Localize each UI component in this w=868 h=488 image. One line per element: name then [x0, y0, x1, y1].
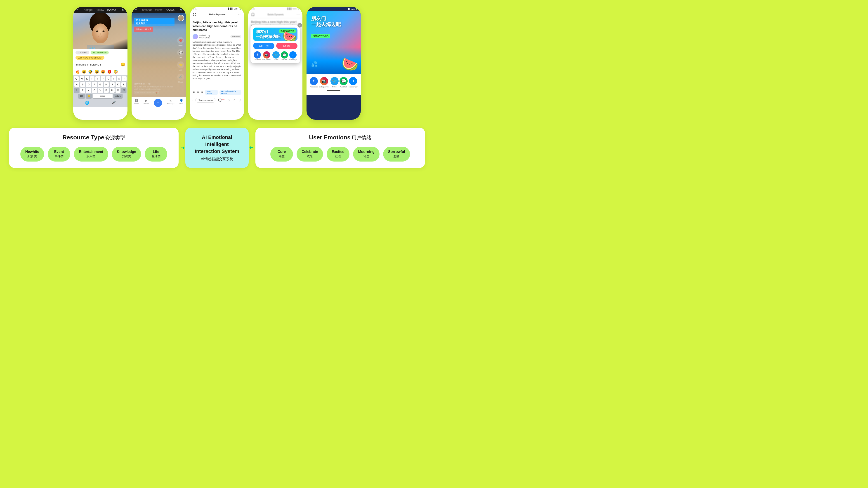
phone3-share-opinions-btn[interactable]: Share opinions	[195, 98, 215, 103]
key-b[interactable]: B	[104, 88, 109, 93]
resource-tag-entertainment[interactable]: Entertainment 娱乐类	[74, 147, 108, 162]
key-emoji[interactable]: 😊	[86, 94, 92, 98]
phone3-star-icon[interactable]: ☆	[233, 98, 236, 102]
tag-comment[interactable]: comment	[75, 51, 89, 55]
key-v[interactable]: V	[98, 88, 103, 93]
resource-tag-life[interactable]: Life 生活类	[145, 147, 167, 162]
key-space[interactable]: space	[93, 94, 113, 98]
key-u[interactable]: U	[106, 76, 111, 81]
phone2-nav-follow[interactable]: follow	[155, 8, 162, 12]
emotion-cure[interactable]: Cure 治愈	[270, 147, 293, 162]
phone4-instagram[interactable]: 📷 Instagramme	[262, 51, 271, 61]
key-h[interactable]: H	[104, 82, 109, 87]
key-s[interactable]: S	[80, 82, 85, 87]
phone4-close-btn[interactable]: ✕	[298, 23, 302, 28]
nav-message[interactable]: ✉ Message	[167, 99, 174, 107]
search-icon[interactable]: 🔍	[122, 9, 124, 11]
key-shift[interactable]: ⬆	[74, 88, 79, 93]
phone2-nav-home[interactable]: home	[165, 8, 175, 12]
phone5-instagram[interactable]: 📷 Instagramme	[319, 77, 330, 88]
key-n[interactable]: N	[110, 88, 115, 93]
tag-watermelon[interactable]: Let's have a watermelon	[75, 56, 104, 60]
key-t[interactable]: T	[95, 76, 100, 81]
phone4-wechat[interactable]: 💬 WeChat	[281, 51, 288, 61]
phone3-back-icon[interactable]: ‹	[193, 99, 193, 102]
key-m[interactable]: M	[116, 88, 121, 93]
resource-tag-newhits[interactable]: Newhits 新热 类	[20, 147, 44, 162]
key-y[interactable]: Y	[101, 76, 105, 81]
key-k[interactable]: K	[116, 82, 121, 87]
nav-follow[interactable]: follow	[96, 8, 104, 12]
key-r[interactable]: R	[90, 76, 95, 81]
resource-tag-event[interactable]: Event 事件类	[48, 147, 70, 162]
face-svg: 💧💧💧	[87, 13, 114, 49]
phone3-more-icon[interactable]: ⋯	[238, 13, 241, 16]
phone3-footer-tag2[interactable]: Go surfing at the beach	[219, 90, 241, 95]
key-q[interactable]: Q	[74, 76, 79, 81]
hamburger-icon[interactable]: ☰	[76, 9, 79, 11]
phone5-wechat[interactable]: 💬 WeChat	[340, 77, 348, 88]
emoji-rofl[interactable]: 🤣	[88, 70, 93, 74]
nav-baidu[interactable]: 🅱 Baidu	[134, 99, 138, 107]
emoji-laugh[interactable]: 😄	[82, 70, 86, 74]
phone3-follow-btn[interactable]: followed	[230, 35, 241, 38]
phone3-forward-icon[interactable]: ↗	[239, 98, 241, 102]
phone3-status-icons: ▋▋▋ WiFi 🔋	[228, 8, 241, 10]
key-c[interactable]: C	[92, 88, 97, 93]
key-return[interactable]: return	[114, 94, 123, 98]
key-f[interactable]: F	[92, 82, 97, 87]
emoji-gift[interactable]: 🎁	[107, 70, 112, 74]
emoji-sweat[interactable]: 😅	[94, 70, 99, 74]
record-btn[interactable]: +	[154, 99, 162, 107]
nav-record[interactable]: +	[154, 99, 162, 107]
emotion-celebrate[interactable]: Celebrate 欢乐	[297, 147, 323, 162]
key-x[interactable]: X	[86, 88, 91, 93]
key-o[interactable]: O	[117, 76, 121, 81]
nav-videos[interactable]: ▶ Videos	[144, 99, 149, 107]
nav-mine[interactable]: 👤 Mine	[180, 99, 183, 107]
phone4-twitter[interactable]: 🐦 Twitter	[272, 51, 280, 61]
phone3-comment-icon[interactable]: 💬777	[218, 98, 225, 102]
phone4-share-btn[interactable]: Share	[276, 43, 298, 49]
emoji-heart[interactable]: 🤩	[101, 70, 105, 74]
globe-icon[interactable]: 🌐	[85, 101, 90, 105]
phone4-facebook[interactable]: f Facebook	[254, 51, 261, 61]
key-delete[interactable]: ⌫	[121, 88, 126, 93]
key-w[interactable]: W	[80, 76, 84, 81]
phone4-try-btn[interactable]: Get Try!	[253, 43, 274, 49]
phone2-search-icon[interactable]: 🔍	[180, 9, 183, 11]
key-d[interactable]: D	[86, 82, 91, 87]
resource-tag-knowledge[interactable]: Knowledge 知识类	[112, 147, 141, 162]
phone2-hamburger[interactable]: ☰	[135, 9, 137, 11]
comment-input[interactable]	[75, 63, 121, 66]
key-z[interactable]: Z	[80, 88, 85, 93]
emotion-excited[interactable]: Excited 狂喜	[327, 147, 349, 162]
emoji-fire[interactable]: 🔥	[75, 70, 80, 74]
phone5-messenger[interactable]: ✈ Messenger	[348, 77, 358, 88]
phone3-like-icon[interactable]: ♡	[227, 98, 230, 102]
phone5-twitter[interactable]: 🐦 Twitter	[331, 77, 339, 88]
key-e[interactable]: E	[85, 76, 89, 81]
nav-hotspot[interactable]: hotspot	[84, 8, 94, 12]
mic-icon[interactable]: 🎤	[111, 101, 116, 105]
phone5-facebook[interactable]: f Facebook	[310, 77, 318, 88]
key-j[interactable]: J	[110, 82, 115, 87]
resource-tag-knowledge-zh: 知识类	[122, 154, 131, 158]
emotion-sorrowful[interactable]: Sorrowful 悲痛	[383, 147, 410, 162]
tag-ice-cream[interactable]: eat ice cream	[91, 51, 109, 55]
phone4-messenger[interactable]: ✈ Messenger	[289, 51, 297, 61]
key-p[interactable]: P	[122, 76, 127, 81]
key-i[interactable]: I	[112, 76, 116, 81]
phone3-footer-tag1[interactable]: enjoy freeze	[205, 90, 218, 95]
emotion-mourning[interactable]: Mourning 怀念	[353, 147, 379, 162]
key-a[interactable]: A	[74, 82, 79, 87]
phone2-profile-pic[interactable]	[178, 15, 184, 21]
emoji-gift2[interactable]: 🤣	[114, 70, 118, 74]
key-l[interactable]: L	[121, 82, 126, 87]
emoji-button[interactable]: 😊	[121, 62, 125, 67]
nav-home[interactable]: home	[107, 8, 116, 12]
phone3-audio-icon[interactable]: 🎧	[193, 13, 196, 16]
phone2-nav-hotspot[interactable]: hotspot	[142, 8, 152, 12]
key-123[interactable]: 123	[78, 94, 85, 98]
key-g[interactable]: G	[98, 82, 103, 87]
